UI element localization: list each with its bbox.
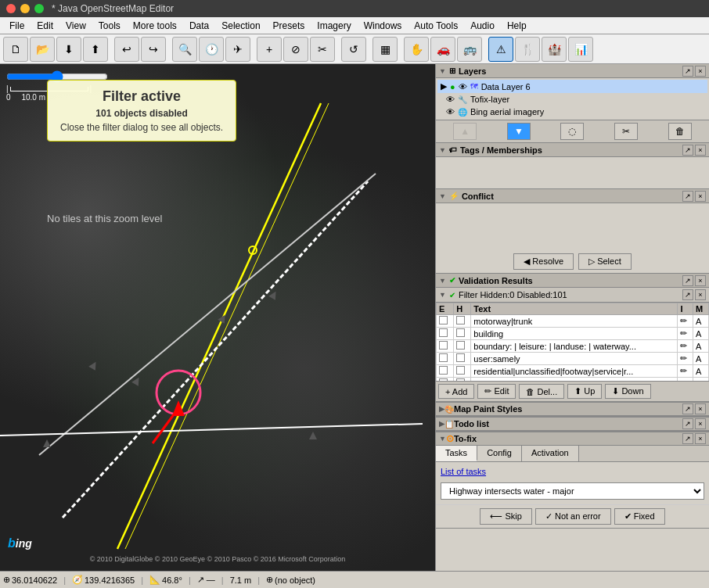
tags-close-button[interactable]: × <box>695 145 706 156</box>
layers-collapse-icon[interactable]: ▼ <box>439 67 446 75</box>
add-filter-button[interactable]: + Add <box>438 384 474 399</box>
tags-collapse-icon[interactable]: ▼ <box>439 146 446 154</box>
layer-item-data[interactable]: ▶ ● 👁 🗺 Data Layer 6 <box>437 80 707 93</box>
menu-auto-tools[interactable]: Auto Tools <box>408 19 464 33</box>
car-button[interactable]: 🚗 <box>430 37 455 62</box>
filter-hidden-close-button[interactable]: × <box>695 289 706 300</box>
tofix-detach-button[interactable]: ↗ <box>682 433 693 444</box>
table-row[interactable]: barrier ✏ A <box>437 378 709 382</box>
map-area[interactable]: | | 0 10.0 m Filter active 101 objects d… <box>0 64 435 571</box>
gpx-button[interactable]: ✈ <box>225 37 250 62</box>
tab-tasks[interactable]: Tasks <box>436 446 477 461</box>
skip-button[interactable]: ⟵ Skip <box>480 508 531 525</box>
table-row[interactable]: user:samely ✏ A <box>437 353 709 365</box>
menu-edit[interactable]: Edit <box>31 19 59 33</box>
tofix-close-button[interactable]: × <box>695 433 706 444</box>
validation-collapse-icon[interactable]: ▼ <box>439 277 446 285</box>
tab-config[interactable]: Config <box>477 446 522 461</box>
table-row[interactable]: motorway|trunk ✏ A <box>437 315 709 328</box>
layer-eye-icon[interactable]: 👁 <box>459 82 467 91</box>
menu-data[interactable]: Data <box>183 19 215 33</box>
layers-detach-button[interactable]: ↗ <box>682 66 693 77</box>
edit-filter-button[interactable]: ✏ Edit <box>477 384 516 399</box>
menu-selection[interactable]: Selection <box>215 19 266 33</box>
validation-detach-button[interactable]: ↗ <box>682 275 693 286</box>
open-button[interactable]: 📂 <box>30 37 55 62</box>
validation-table: E H Text I M motorway|trunk <box>436 303 709 381</box>
select-area-button[interactable]: ▦ <box>372 37 398 62</box>
bus-button[interactable]: 🚌 <box>457 37 482 62</box>
history-button[interactable]: 🕐 <box>199 37 224 62</box>
validation-scroll[interactable]: E H Text I M motorway|trunk <box>436 303 709 381</box>
undo-button[interactable]: ↩ <box>114 37 139 62</box>
todo-collapse-icon[interactable]: ▶ <box>439 420 444 428</box>
download-button[interactable]: ⬇ <box>56 37 81 62</box>
map-paint-collapse-icon[interactable]: ▶ <box>439 405 444 413</box>
validation-table-wrap[interactable]: E H Text I M motorway|trunk <box>436 303 709 381</box>
menu-file[interactable]: File <box>3 19 31 33</box>
filter-hidden-collapse-icon[interactable]: ▼ <box>439 291 446 299</box>
conflict-collapse-icon[interactable]: ▼ <box>439 192 446 200</box>
conflict-detach-button[interactable]: ↗ <box>682 191 693 202</box>
up-filter-button[interactable]: ⬆ Up <box>567 384 602 399</box>
menu-view[interactable]: View <box>59 19 92 33</box>
select-button[interactable]: ▷ Select <box>578 253 632 270</box>
menu-more-tools[interactable]: More tools <box>127 19 183 33</box>
task-dropdown[interactable]: Highway intersects water - major <box>441 482 704 500</box>
layer-eye-icon2[interactable]: 👁 <box>446 95 455 104</box>
window-controls[interactable] <box>6 4 44 13</box>
layer-eye-icon3[interactable]: 👁 <box>446 107 455 117</box>
menu-imagery[interactable]: Imagery <box>311 19 357 33</box>
down-filter-button[interactable]: ⬇ Down <box>605 384 650 399</box>
layer-delete-button[interactable]: 🗑 <box>668 123 692 140</box>
conflict-close-button[interactable]: × <box>695 191 706 202</box>
layer-item-tofix[interactable]: 👁 🔧 Tofix-layer <box>437 93 707 106</box>
zoom-button[interactable]: 🔍 <box>172 37 197 62</box>
del-filter-button[interactable]: 🗑 Del... <box>519 384 564 399</box>
tab-activation[interactable]: Activation <box>522 446 579 461</box>
close-button[interactable] <box>6 4 16 13</box>
validation-close-button[interactable]: × <box>695 275 706 286</box>
chart-button[interactable]: 📊 <box>568 37 593 62</box>
menu-help[interactable]: Help <box>501 19 533 33</box>
table-row[interactable]: building ✏ A <box>437 328 709 340</box>
filter-button[interactable]: ⊘ <box>283 37 308 62</box>
tags-detach-button[interactable]: ↗ <box>682 145 693 156</box>
not-error-button[interactable]: ✓ Not an error <box>535 508 611 525</box>
layer-item-bing[interactable]: 👁 🌐 Bing aerial imagery <box>437 106 707 118</box>
todo-detach-button[interactable]: ↗ <box>682 418 693 429</box>
list-of-tasks-link[interactable]: List of tasks <box>441 467 486 476</box>
upload-button[interactable]: ⬆ <box>83 37 108 62</box>
table-row[interactable]: residential|unclassified|footway|service… <box>437 365 709 378</box>
warning-button[interactable]: ⚠ <box>488 37 513 62</box>
layer-merge-button[interactable]: ✂ <box>614 123 638 140</box>
split-button[interactable]: ✂ <box>310 37 335 62</box>
layer-down-arrow-button[interactable]: ▼ <box>507 123 531 140</box>
new-button[interactable]: 🗋 <box>3 37 28 62</box>
map-paint-close-button[interactable]: × <box>695 403 706 414</box>
layers-title: Layers <box>459 66 486 76</box>
castle-button[interactable]: 🏰 <box>542 37 567 62</box>
menu-windows[interactable]: Windows <box>358 19 408 33</box>
refresh-button[interactable]: ↺ <box>341 37 366 62</box>
todo-close-button[interactable]: × <box>695 418 706 429</box>
menu-audio[interactable]: Audio <box>464 19 501 33</box>
layer-up-button[interactable]: ▲ <box>453 123 477 140</box>
minimize-button[interactable] <box>20 4 30 13</box>
maximize-button[interactable] <box>34 4 44 13</box>
fork-button[interactable]: 🍴 <box>515 37 540 62</box>
add-node-button[interactable]: + <box>257 37 282 62</box>
redo-button[interactable]: ↪ <box>141 37 166 62</box>
fixed-button[interactable]: ✔ Fixed <box>614 508 665 525</box>
pan-button[interactable]: ✋ <box>404 37 429 62</box>
filter-hidden-detach-button[interactable]: ↗ <box>682 289 693 300</box>
cell-e <box>437 315 454 328</box>
menu-presets[interactable]: Presets <box>267 19 311 33</box>
table-row[interactable]: boundary: | leisure: | landuse: | waterw… <box>437 340 709 353</box>
tofix-collapse-icon[interactable]: ▼ <box>439 435 446 443</box>
menu-tools[interactable]: Tools <box>92 19 127 33</box>
layer-deactivate-button[interactable]: ◌ <box>560 123 584 140</box>
layers-close-button[interactable]: × <box>695 66 706 77</box>
resolve-button[interactable]: ◀ Resolve <box>513 253 574 270</box>
map-paint-detach-button[interactable]: ↗ <box>682 403 693 414</box>
